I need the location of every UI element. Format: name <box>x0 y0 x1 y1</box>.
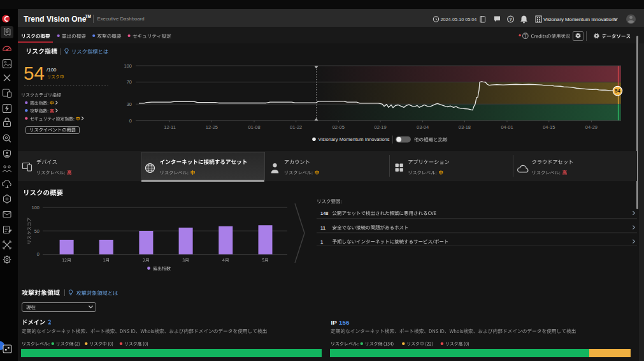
svg-text:03-18: 03-18 <box>459 124 471 130</box>
svg-text:T: T <box>524 34 527 38</box>
svg-text:0: 0 <box>37 251 39 257</box>
svg-text:03-04: 03-04 <box>417 124 429 130</box>
svg-text:/100: /100 <box>47 67 57 73</box>
svg-text:11: 11 <box>320 225 326 231</box>
svg-text:50: 50 <box>34 228 39 234</box>
svg-text:IP: IP <box>331 319 338 326</box>
svg-text:1: 1 <box>320 239 323 245</box>
svg-text:01-08: 01-08 <box>248 124 260 130</box>
svg-text:2024-05-10 05:04: 2024-05-10 05:04 <box>441 17 477 22</box>
svg-text:Executive Dashboard: Executive Dashboard <box>97 16 145 22</box>
svg-text:54: 54 <box>24 63 45 84</box>
svg-text:156: 156 <box>339 319 350 326</box>
svg-text:Visionary Momentum Innovations: Visionary Momentum Innovations <box>318 136 390 142</box>
svg-text:04-01: 04-01 <box>501 124 513 130</box>
svg-text:30: 30 <box>127 101 132 107</box>
svg-text:100: 100 <box>124 63 132 69</box>
svg-text:12-25: 12-25 <box>206 124 218 130</box>
svg-text:Trend Vision One: Trend Vision One <box>24 15 87 24</box>
svg-text:04-15: 04-15 <box>543 124 555 130</box>
svg-text:54: 54 <box>615 88 620 94</box>
svg-text:01-22: 01-22 <box>290 124 302 130</box>
svg-text:02-05: 02-05 <box>333 124 345 130</box>
svg-text:70: 70 <box>127 79 132 85</box>
svg-text:Visionary Momentum Innovations: Visionary Momentum Innovations <box>543 17 617 22</box>
svg-text:02-19: 02-19 <box>375 124 387 130</box>
svg-text:?: ? <box>509 17 512 22</box>
svg-text:100: 100 <box>31 205 39 210</box>
svg-text:148: 148 <box>320 210 329 216</box>
svg-text:0: 0 <box>129 118 132 124</box>
svg-text:12-11: 12-11 <box>164 124 176 130</box>
svg-text:04-29: 04-29 <box>585 124 597 130</box>
svg-text:TM: TM <box>85 14 91 18</box>
